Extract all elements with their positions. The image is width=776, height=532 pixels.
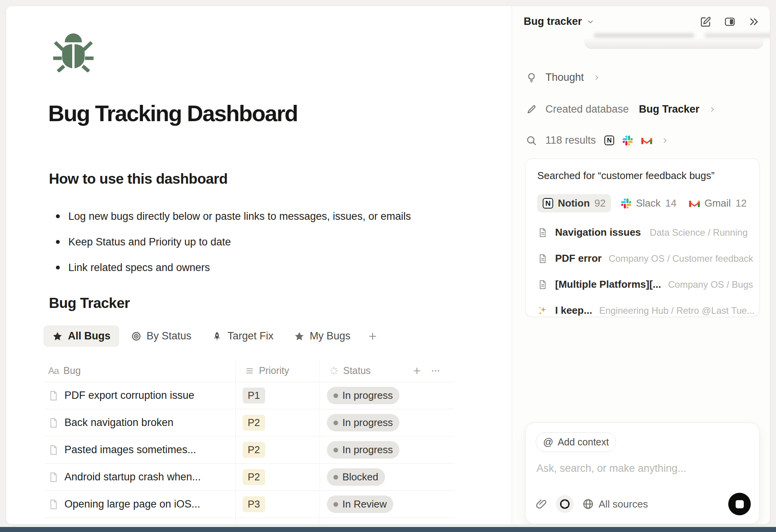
step-created-database[interactable]: Created database Bug Tracker: [526, 103, 716, 115]
app-window: Bug Tracking Dashboard How to use this d…: [0, 0, 776, 532]
page-icon: [48, 499, 59, 510]
page-icon: [537, 227, 548, 238]
gmail-logo-icon: [689, 199, 700, 208]
bug-title: PDF export corruption issue: [64, 389, 194, 402]
bottom-edge-bar: [0, 527, 776, 532]
howto-bullets: Log new bugs directly below or paste lin…: [49, 203, 468, 280]
add-column-icon[interactable]: [412, 366, 422, 376]
attach-button[interactable]: [536, 498, 547, 510]
chip-notion[interactable]: N Notion 92: [537, 194, 611, 212]
status-dot: [333, 502, 338, 507]
search-result-row[interactable]: PDF error Company OS / Customer feedback: [537, 252, 748, 264]
chevron-right-icon: [593, 74, 600, 81]
slack-logo-icon: [621, 198, 631, 209]
page-icon: [48, 390, 59, 401]
status-label: In progress: [342, 444, 393, 456]
tab-label: My Bugs: [310, 330, 351, 342]
priority-pill[interactable]: P1: [243, 388, 265, 403]
priority-pill[interactable]: P2: [243, 442, 265, 458]
table-row[interactable]: Android startup crash when... P2 Blocked: [45, 464, 455, 491]
gmail-logo-icon: [641, 136, 652, 145]
status-label: In Review: [342, 498, 387, 510]
search-icon: [526, 135, 537, 146]
table-row[interactable]: Pasted images sometimes... P2 In progres…: [45, 436, 455, 464]
search-result-row[interactable]: I keep... Engineering Hub / Retro @Last …: [537, 304, 748, 316]
panel-title-dropdown[interactable]: Bug tracker: [524, 16, 594, 28]
chip-count: 14: [665, 197, 677, 209]
double-chevron-right-icon: [748, 16, 760, 28]
status-label: In progress: [342, 389, 393, 402]
status-pill[interactable]: In progress: [327, 387, 399, 404]
view-tabs: All Bugs By Status: [43, 325, 383, 347]
table-row[interactable]: PDF export corruption issue P1 In progre…: [45, 382, 455, 409]
column-header-bug[interactable]: Aa Bug: [45, 360, 235, 382]
spinner-icon: [329, 366, 339, 376]
chip-count: 92: [594, 197, 606, 209]
status-pill[interactable]: In Review: [327, 495, 393, 513]
openai-logo-icon: [559, 499, 570, 509]
bug-table: Aa Bug Priority Status: [45, 360, 455, 524]
add-context-label: Add context: [557, 436, 609, 448]
status-dot: [333, 421, 338, 425]
ai-side-panel: Bug tracker: [512, 6, 770, 524]
table-header-row: Aa Bug Priority Status: [45, 360, 455, 382]
new-chat-button[interactable]: [700, 16, 712, 28]
priority-pill[interactable]: P2: [243, 469, 265, 485]
tab-target-fix[interactable]: Target Fix: [203, 325, 282, 347]
tab-label: Target Fix: [227, 330, 274, 342]
column-header-status[interactable]: Status: [319, 360, 403, 382]
step-thought[interactable]: Thought: [526, 71, 600, 83]
chip-label: Gmail: [705, 197, 731, 209]
all-sources-label: All sources: [599, 498, 648, 510]
chip-slack[interactable]: Slack 14: [619, 194, 679, 212]
tab-my-bugs[interactable]: My Bugs: [285, 325, 359, 347]
step-label: Created database: [545, 103, 629, 115]
toggle-panel-button[interactable]: [724, 16, 736, 28]
ask-input[interactable]: [536, 462, 732, 475]
add-view-button[interactable]: [362, 327, 383, 345]
priority-pill[interactable]: P2: [243, 415, 265, 431]
status-pill[interactable]: In progress: [327, 441, 399, 459]
model-selector-button[interactable]: [556, 495, 574, 513]
all-sources-button[interactable]: All sources: [582, 498, 648, 510]
add-context-button[interactable]: @ Add context: [536, 432, 616, 452]
step-search-results[interactable]: 118 results N: [526, 134, 668, 146]
table-row[interactable]: Back navigation broken P2 In progress: [45, 409, 455, 436]
more-options-icon[interactable]: [431, 366, 441, 376]
status-pill[interactable]: In progress: [327, 414, 399, 431]
status-dot: [333, 475, 338, 480]
step-target: Bug Tracker: [639, 103, 700, 115]
tab-label: All Bugs: [68, 330, 111, 342]
search-result-row[interactable]: [Multiple Platforms][... Company OS / Bu…: [537, 278, 748, 290]
column-label: Priority: [259, 365, 289, 376]
tab-by-status[interactable]: By Status: [122, 325, 200, 347]
priority-pill[interactable]: P3: [243, 496, 265, 512]
chip-count: 12: [736, 197, 747, 209]
chip-label: Notion: [558, 197, 590, 209]
tab-all-bugs[interactable]: All Bugs: [43, 325, 119, 347]
stop-button[interactable]: [728, 493, 751, 515]
page-icon: [48, 445, 59, 456]
plus-icon: [368, 331, 378, 341]
star-icon: [52, 331, 63, 342]
page-icon: [48, 417, 59, 428]
collapse-panel-button[interactable]: [748, 16, 760, 28]
bullet-item: Link related specs and owners: [49, 255, 468, 280]
status-pill[interactable]: Blocked: [327, 468, 385, 486]
step-label: 118 results: [545, 134, 596, 146]
chevron-right-icon: [709, 106, 716, 113]
bug-title: Android startup crash when...: [64, 471, 201, 483]
chevron-right-icon: [661, 137, 668, 144]
bug-title: Opening large page on iOS...: [64, 498, 200, 510]
page-icon: [537, 253, 548, 264]
source-chips: N Notion 92 Slack: [537, 194, 748, 212]
tracker-heading: Bug Tracker: [49, 295, 130, 311]
search-result-row[interactable]: Navigation issues Data Science / Running: [537, 226, 748, 238]
text-type-icon: Aa: [48, 365, 59, 376]
result-meta: Company OS / Bugs: [668, 279, 753, 290]
column-header-priority[interactable]: Priority: [235, 360, 319, 382]
table-row[interactable]: Opening large page on iOS... P3 In Revie…: [45, 491, 455, 518]
chip-gmail[interactable]: Gmail 12: [687, 194, 749, 212]
result-meta: Company OS / Customer feedback: [609, 253, 753, 264]
bug-title: Pasted images sometimes...: [64, 444, 196, 456]
